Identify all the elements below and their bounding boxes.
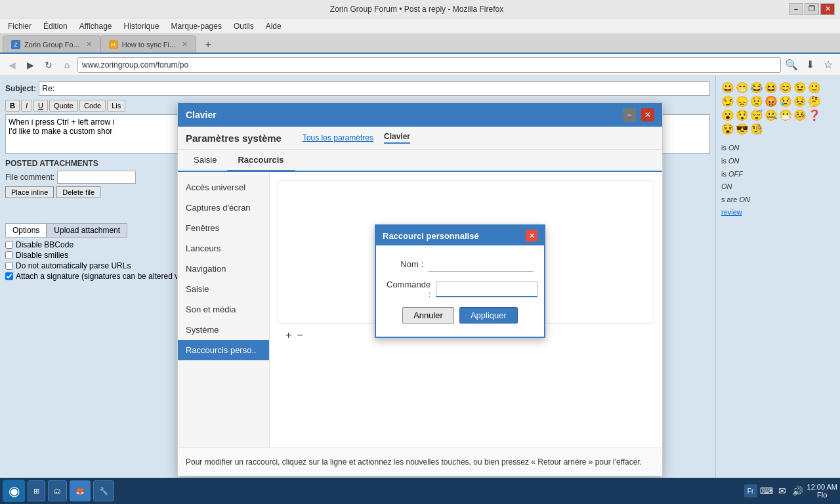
- tab-options[interactable]: Options: [5, 223, 47, 238]
- code-button[interactable]: Code: [79, 100, 106, 112]
- name-label: Nom :: [387, 259, 423, 269]
- nav-systeme[interactable]: Système: [178, 320, 269, 340]
- attach-signature-checkbox[interactable]: [5, 272, 13, 280]
- taskbar-firefox[interactable]: 🦊: [70, 480, 91, 501]
- mail-icon[interactable]: ✉: [776, 484, 789, 497]
- emoji-11[interactable]: 😡: [765, 95, 778, 108]
- nav-saisie[interactable]: Saisie: [178, 279, 269, 299]
- menu-outils[interactable]: Outils: [228, 20, 259, 32]
- minimize-button[interactable]: −: [789, 3, 803, 15]
- cancel-button[interactable]: Annuler: [402, 307, 454, 324]
- emoji-12[interactable]: 😢: [779, 95, 792, 108]
- disable-bbcode-checkbox[interactable]: [5, 241, 13, 249]
- emoji-8[interactable]: 😏: [721, 95, 734, 108]
- url-bar[interactable]: [77, 57, 781, 73]
- tab-upload[interactable]: Upload attachment: [47, 223, 127, 238]
- remove-shortcut-button[interactable]: −: [297, 329, 303, 341]
- bookmark-icon[interactable]: ☆: [820, 57, 836, 73]
- back-button[interactable]: ◀: [4, 57, 20, 73]
- nav-navigation[interactable]: Navigation: [178, 259, 269, 279]
- nav-acces-universel[interactable]: Accès universel: [178, 177, 269, 198]
- tab-close-zorin[interactable]: ✕: [86, 40, 92, 49]
- tab-saisie[interactable]: Saisie: [183, 150, 227, 172]
- status-line-2: is ON: [721, 155, 835, 168]
- menu-marque-pages[interactable]: Marque-pages: [166, 20, 227, 32]
- nav-fenetres[interactable]: Fenêtres: [178, 218, 269, 238]
- emoji-20[interactable]: 🤒: [793, 109, 807, 121]
- italic-button[interactable]: I: [21, 100, 32, 112]
- emoji-23[interactable]: 😎: [736, 123, 749, 135]
- emoji-1[interactable]: 😀: [721, 81, 734, 94]
- emoji-5[interactable]: 😊: [779, 81, 792, 94]
- status-line-1: is ON: [721, 142, 835, 155]
- emoji-9[interactable]: 😞: [736, 95, 749, 108]
- delete-file-button[interactable]: Delete file: [56, 186, 100, 198]
- emoji-4[interactable]: 😆: [765, 81, 778, 94]
- tab-close-sync[interactable]: ✕: [182, 40, 188, 49]
- download-icon[interactable]: ⬇: [802, 57, 818, 73]
- tab-raccourcis[interactable]: Raccourcis: [227, 150, 294, 172]
- emoji-10[interactable]: 😟: [750, 95, 763, 108]
- command-label: Commande :: [387, 280, 430, 299]
- emoji-17[interactable]: 😴: [750, 109, 763, 121]
- search-icon[interactable]: 🔍: [784, 57, 799, 73]
- keyboard-indicator[interactable]: Fr: [744, 484, 757, 497]
- taskbar-app-2[interactable]: 🗂: [48, 480, 67, 501]
- place-inline-button[interactable]: Place inline: [5, 186, 54, 198]
- disable-smilies-checkbox[interactable]: [5, 251, 13, 259]
- settings-minimize-button[interactable]: −: [623, 108, 636, 121]
- emoji-grid: 😀 😁 😂 😆 😊 😉 🙂 😏 😞 😟 😡 😢 😣 🤔 😮 😯: [721, 81, 835, 135]
- taskbar-app-4[interactable]: 🔧: [93, 480, 114, 501]
- reload-button[interactable]: ↻: [41, 57, 56, 73]
- restore-button[interactable]: ❐: [805, 3, 819, 15]
- emoji-13[interactable]: 😣: [793, 95, 807, 108]
- nav-raccourcis-perso[interactable]: Raccourcis perso..: [178, 340, 269, 360]
- menu-edition[interactable]: Édition: [38, 20, 73, 32]
- subject-input[interactable]: [39, 81, 710, 96]
- menu-aide[interactable]: Aide: [261, 20, 287, 32]
- nav-lanceurs[interactable]: Lanceurs: [178, 238, 269, 259]
- emoji-6[interactable]: 😉: [793, 81, 807, 94]
- bold-button[interactable]: B: [5, 100, 20, 112]
- emoji-19[interactable]: 😷: [779, 109, 792, 121]
- emoji-14[interactable]: 🤔: [808, 95, 821, 108]
- settings-close-button[interactable]: ✕: [641, 108, 654, 121]
- breadcrumb-home-link[interactable]: Tous les paramètres: [303, 133, 373, 142]
- emoji-2[interactable]: 😁: [736, 81, 749, 94]
- quote-button[interactable]: Quote: [49, 100, 78, 112]
- emoji-16[interactable]: 😯: [736, 109, 749, 121]
- emoji-7[interactable]: 🙂: [808, 81, 821, 94]
- start-button[interactable]: ◉: [3, 480, 25, 502]
- tab-sync[interactable]: H How to sync Fi... ✕: [100, 35, 196, 52]
- volume-icon[interactable]: 🔊: [791, 484, 805, 497]
- emoji-15[interactable]: 😮: [721, 109, 734, 121]
- app4-icon: 🔧: [99, 487, 108, 495]
- emoji-22[interactable]: 😵: [721, 123, 734, 135]
- tab-zorin[interactable]: Z Zorin Group Fo... ✕: [3, 35, 100, 52]
- new-tab-button[interactable]: +: [199, 37, 217, 52]
- forward-button[interactable]: ▶: [22, 57, 38, 73]
- menu-fichier[interactable]: Fichier: [3, 20, 37, 32]
- emoji-3[interactable]: 😂: [750, 81, 763, 94]
- apply-button[interactable]: Appliquer: [459, 307, 518, 324]
- emoji-18[interactable]: 🤐: [765, 109, 778, 121]
- add-shortcut-button[interactable]: +: [285, 329, 291, 341]
- menu-historique[interactable]: Historique: [119, 20, 165, 32]
- nav-captures-ecran[interactable]: Captures d'écran: [178, 198, 269, 218]
- home-button[interactable]: ⌂: [59, 57, 75, 73]
- list-button[interactable]: Lis: [107, 100, 125, 112]
- menu-affichage[interactable]: Affichage: [74, 20, 117, 32]
- dialog-close-button[interactable]: ✕: [526, 230, 537, 242]
- name-input[interactable]: [429, 256, 534, 272]
- underline-button[interactable]: U: [33, 100, 48, 112]
- close-button[interactable]: ✕: [820, 3, 835, 15]
- emoji-24[interactable]: 🧐: [750, 123, 763, 135]
- command-input[interactable]: [436, 282, 537, 297]
- emoji-21[interactable]: ❓: [808, 109, 821, 121]
- no-parse-urls-checkbox[interactable]: [5, 262, 13, 270]
- taskbar-app-1[interactable]: ⊞: [28, 480, 45, 501]
- nav-son-media[interactable]: Son et média: [178, 299, 269, 320]
- file-comment-input[interactable]: [57, 171, 136, 184]
- keyboard-icon[interactable]: ⌨: [760, 484, 773, 497]
- review-link[interactable]: review: [721, 208, 742, 216]
